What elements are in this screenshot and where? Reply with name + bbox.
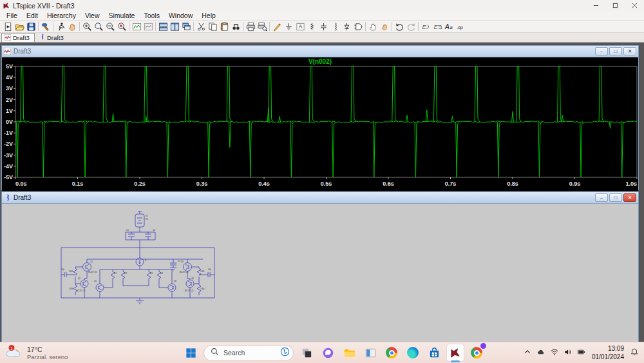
ltspice-taskbar-icon[interactable] [447, 344, 464, 361]
capacitor-icon[interactable] [317, 21, 329, 32]
menu-help[interactable]: Help [197, 12, 220, 19]
waveform-close-button[interactable]: ✕ [623, 47, 636, 55]
schematic-doc-icon [4, 194, 11, 201]
tile-horizontal-icon[interactable] [169, 21, 180, 32]
zoom-full-icon[interactable] [116, 21, 128, 32]
schematic-labels: V19VC1C2I1C3R1R2R3R4Q1BC237-25Q2BC237-25… [61, 215, 211, 292]
window-title: LTspice XVII - Draft3 [13, 2, 75, 10]
wifi-icon[interactable] [550, 348, 559, 359]
chat-taskbar-icon[interactable] [319, 344, 336, 361]
task-view-taskbar-icon[interactable] [298, 344, 315, 361]
menu-file[interactable]: File [2, 12, 22, 19]
weather-icon: 1 [6, 345, 23, 360]
file-explorer-taskbar-icon[interactable] [341, 344, 357, 361]
menu-simulate[interactable]: Simulate [104, 12, 140, 19]
component-label: BC237-25 [180, 271, 189, 273]
halt-icon[interactable] [66, 21, 78, 32]
print-icon[interactable] [245, 21, 256, 32]
zoom-back-icon[interactable] [93, 21, 104, 32]
close-button[interactable] [625, 0, 644, 11]
waveform-titlebar[interactable]: Draft3 – □ ✕ [2, 46, 638, 57]
waveform-minimize-button[interactable]: – [595, 47, 608, 55]
inductor-icon[interactable] [329, 21, 341, 32]
open-icon[interactable] [14, 21, 25, 32]
chrome-profile-taskbar-icon[interactable] [468, 344, 485, 361]
svg-text:0.2s: 0.2s [134, 181, 146, 187]
diode-icon[interactable] [341, 21, 352, 32]
drag-icon[interactable] [379, 21, 390, 32]
waveform-plot[interactable]: V(n002)5V4V3V2V1V0V-1V-2V-3V-4V-5V0.0s0.… [2, 57, 638, 190]
menu-view[interactable]: View [80, 12, 104, 19]
notifications-bell-icon[interactable] [630, 348, 639, 359]
chevron-up-icon[interactable] [523, 348, 532, 359]
control-panel-icon[interactable] [40, 21, 52, 32]
wire-icon[interactable] [271, 21, 283, 32]
schematic-maximize-button[interactable]: □ [609, 193, 622, 202]
clock[interactable]: 13:0901/01/2024 [592, 345, 624, 361]
plot-settings-icon[interactable] [131, 21, 142, 32]
search-input[interactable]: Search [204, 345, 294, 361]
tile-vertical-icon[interactable] [157, 21, 169, 32]
schematic-close-button[interactable]: ✕ [623, 193, 636, 202]
paste-icon[interactable] [218, 21, 230, 32]
svg-text:0.4s: 0.4s [258, 181, 270, 187]
move-icon[interactable] [367, 21, 379, 32]
rotate-icon[interactable]: E [420, 21, 431, 32]
component-icon[interactable] [352, 21, 364, 32]
svg-text:.op: .op [456, 25, 462, 30]
store-taskbar-icon[interactable] [426, 344, 442, 361]
cloud-icon[interactable] [536, 348, 545, 359]
desktop-window-taskbar-icon[interactable] [362, 344, 379, 361]
weather-condition: Parzial. sereno [27, 353, 68, 360]
menu-tools[interactable]: Tools [139, 12, 164, 19]
svg-text:-5V: -5V [4, 174, 13, 181]
cut-icon[interactable] [195, 21, 207, 32]
menu-window[interactable]: Window [164, 12, 197, 19]
autorange-icon[interactable] [142, 21, 154, 32]
schematic-canvas[interactable]: V19VC1C2I1C3R1R2R3R4Q1BC237-25Q2BC237-25… [2, 203, 638, 342]
chrome-taskbar-icon[interactable] [383, 344, 400, 361]
schematic-window-title: Draft3 [14, 194, 31, 201]
svg-text:a: a [450, 25, 452, 30]
schematic-minimize-button[interactable]: – [595, 193, 608, 202]
weather-widget[interactable]: 1 17°C Parzial. sereno [0, 345, 174, 360]
tab-schematic[interactable]: Draft3 [36, 33, 68, 42]
zoom-in-icon[interactable] [81, 21, 93, 32]
start-button[interactable] [182, 344, 199, 361]
menu-edit[interactable]: Edit [22, 12, 43, 19]
search-label: Search [223, 349, 276, 357]
copy-icon[interactable] [207, 21, 218, 32]
run-icon[interactable] [55, 21, 66, 32]
component-label: 100k [200, 270, 205, 273]
find-icon[interactable] [230, 21, 242, 32]
svg-text:3V: 3V [6, 85, 13, 92]
redo-icon[interactable] [405, 21, 417, 32]
svg-text:0V: 0V [6, 119, 13, 125]
new-schematic-icon[interactable] [2, 21, 14, 32]
save-icon[interactable] [25, 21, 37, 32]
resistor-icon[interactable] [306, 21, 317, 32]
component-label: Q5 [94, 280, 97, 282]
restore-button[interactable] [605, 0, 625, 11]
waveform-window-controls: – □ ✕ [595, 47, 636, 55]
waveform-maximize-button[interactable]: □ [609, 47, 622, 55]
schematic-titlebar[interactable]: Draft3 – □ ✕ [2, 192, 638, 203]
minimize-button[interactable] [586, 0, 605, 11]
edge-taskbar-icon[interactable] [404, 344, 421, 361]
print-preview-icon[interactable] [256, 21, 268, 32]
ground-icon[interactable] [283, 21, 294, 32]
tab-waveform[interactable]: Draft3 [1, 33, 35, 42]
mirror-icon[interactable]: EE [431, 21, 443, 32]
zoom-out-icon[interactable] [104, 21, 116, 32]
menu-hierarchy[interactable]: Hierarchy [43, 12, 80, 19]
spice-directive-icon[interactable]: .op [455, 21, 466, 32]
label-net-icon[interactable]: A [294, 21, 306, 32]
text-icon[interactable]: Aa [443, 21, 455, 32]
svg-text:E: E [437, 24, 442, 30]
schematic-window: Draft3 – □ ✕ [1, 191, 639, 342]
toolbar-separator [269, 22, 270, 31]
volume-icon[interactable] [564, 348, 573, 359]
undo-icon[interactable] [393, 21, 405, 32]
battery-icon[interactable] [577, 348, 586, 359]
cascade-icon[interactable] [180, 21, 192, 32]
